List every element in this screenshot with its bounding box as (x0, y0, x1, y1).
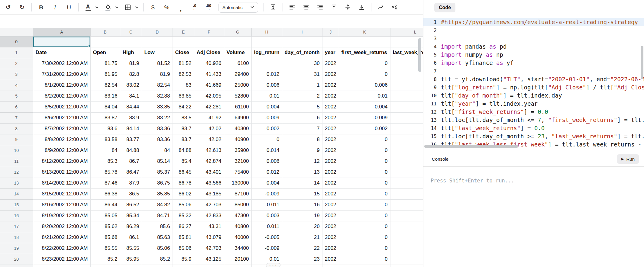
grid-overflow-pill[interactable]: • • • (266, 263, 280, 267)
cell-F19[interactable]: 42.703 (194, 243, 224, 254)
increase-decimals-button[interactable]: .00→ (203, 2, 214, 13)
row-header-21[interactable]: 21 (0, 265, 33, 267)
cell-K17[interactable]: 0 (339, 221, 390, 232)
column-header-B[interactable]: B (90, 28, 120, 36)
insert-chart-icon[interactable] (376, 2, 386, 13)
cell-K15[interactable]: 0 (339, 199, 390, 210)
column-header-H[interactable]: H (251, 28, 282, 36)
row-header-11[interactable]: 11 (0, 156, 33, 167)
cell-G10[interactable]: 35900 (224, 145, 251, 156)
italic-button[interactable]: I (50, 2, 60, 13)
cell-H10[interactable]: 0.014 (251, 145, 282, 156)
cell-D18[interactable]: 85.63 (142, 232, 173, 243)
cell-B5[interactable]: 83.16 (90, 91, 120, 101)
cell-E6[interactable]: 84.22 (173, 101, 194, 112)
run-button[interactable]: ▶ Run (617, 154, 639, 164)
cell-A1[interactable]: Date (33, 47, 90, 58)
cell-C8[interactable]: 84.14 (120, 123, 142, 134)
cell-D14[interactable]: 85.85 (142, 188, 173, 199)
cell-H16[interactable]: 0.003 (251, 210, 282, 221)
column-header-J[interactable]: J (322, 28, 339, 36)
cell-C14[interactable]: 86.5 (120, 188, 142, 199)
code-line-13[interactable]: 13tlt.loc[tlt.day_of_month <= 7, "first_… (423, 116, 644, 124)
cell-E11[interactable]: 85.4 (173, 156, 194, 167)
code-line-14[interactable]: 14tlt["last_week_returns"] = 0.0 (423, 124, 644, 132)
cell-F11[interactable]: 42.874 (194, 156, 224, 167)
cell-J18[interactable]: 2002 (322, 232, 339, 243)
cell-I20[interactable]: 23 (282, 254, 322, 265)
cell-J19[interactable]: 2002 (322, 243, 339, 254)
code-line-5[interactable]: 5import numpy as np (423, 51, 644, 59)
cell-I6[interactable]: 5 (282, 101, 322, 112)
cell-D21[interactable] (142, 265, 173, 267)
cell-B14[interactable]: 86.38 (90, 188, 120, 199)
cell-F12[interactable]: 43.401 (194, 167, 224, 178)
cell-H15[interactable]: -0.011 (251, 199, 282, 210)
column-header-D[interactable]: D (142, 28, 173, 36)
chevron-down-icon[interactable] (134, 2, 139, 13)
cell-G11[interactable]: 32100 (224, 156, 251, 167)
cell-I12[interactable]: 13 (282, 167, 322, 178)
cell-I5[interactable]: 2 (282, 91, 322, 101)
cell-J17[interactable]: 2002 (322, 221, 339, 232)
cell-E15[interactable]: 85.06 (173, 199, 194, 210)
code-line-2[interactable]: 2 (423, 26, 644, 34)
cell-H14[interactable]: -0.009 (251, 188, 282, 199)
cell-F5[interactable]: 42.095 (194, 91, 224, 101)
cell-J9[interactable]: 2002 (322, 134, 339, 145)
cell-C6[interactable]: 84.44 (120, 101, 142, 112)
row-header-16[interactable]: 16 (0, 210, 33, 221)
column-header-C[interactable]: C (120, 28, 142, 36)
text-color-button[interactable]: A (83, 2, 93, 13)
cell-B10[interactable]: 84 (90, 145, 120, 156)
cell-F16[interactable]: 42.833 (194, 210, 224, 221)
cell-C19[interactable]: 85.55 (120, 243, 142, 254)
cell-F10[interactable]: 42.613 (194, 145, 224, 156)
cell-I11[interactable]: 12 (282, 156, 322, 167)
cell-K18[interactable]: 0 (339, 232, 390, 243)
column-header-A[interactable]: A (33, 28, 90, 36)
cell-C16[interactable]: 85.34 (120, 210, 142, 221)
cell-D8[interactable]: 83.36 (142, 123, 173, 134)
insert-scatter-icon[interactable] (390, 2, 400, 13)
cell-G14[interactable]: 87100 (224, 188, 251, 199)
cell-E1[interactable]: Close (173, 47, 194, 58)
cell-K20[interactable]: 0 (339, 254, 390, 265)
cell-E4[interactable]: 83 (173, 80, 194, 91)
cell-C11[interactable]: 86.7 (120, 156, 142, 167)
cell-B11[interactable]: 85.3 (90, 156, 120, 167)
grid-corner[interactable] (0, 28, 33, 36)
cell-F2[interactable]: 40.926 (194, 58, 224, 69)
number-format-select[interactable]: Automatic (218, 2, 258, 13)
cell-E2[interactable]: 81.52 (173, 58, 194, 69)
row-header-15[interactable]: 15 (0, 199, 33, 210)
cell-A19[interactable]: 8/22/2002 12:00 AM (33, 243, 90, 254)
percent-format-button[interactable]: % (162, 2, 172, 13)
cell-B7[interactable]: 83.87 (90, 112, 120, 123)
cell-A0[interactable] (33, 36, 90, 47)
cell-H3[interactable]: 0.012 (251, 69, 282, 80)
cell-F13[interactable]: 43.566 (194, 178, 224, 188)
cell-I7[interactable]: 6 (282, 112, 322, 123)
cell-F9[interactable]: 42.02 (194, 134, 224, 145)
cell-E19[interactable]: 85.06 (173, 243, 194, 254)
row-header-7[interactable]: 7 (0, 112, 33, 123)
cell-H12[interactable]: 0.012 (251, 167, 282, 178)
cell-A16[interactable]: 8/19/2002 12:00 AM (33, 210, 90, 221)
cell-A7[interactable]: 8/6/2002 12:00 AM (33, 112, 90, 123)
row-header-6[interactable]: 6 (0, 101, 33, 112)
cell-I19[interactable]: 22 (282, 243, 322, 254)
cell-J21[interactable] (322, 265, 339, 267)
cell-K3[interactable]: 0 (339, 69, 390, 80)
code-line-1[interactable]: 1#https://pyquantnews.com/evaluate-a-rea… (423, 18, 644, 26)
cell-D15[interactable]: 84.82 (142, 199, 173, 210)
column-header-F[interactable]: F (194, 28, 224, 36)
cell-E3[interactable]: 82.53 (173, 69, 194, 80)
code-line-8[interactable]: 8tlt = yf.download("TLT", start="2002-01… (423, 75, 644, 83)
cell-C17[interactable]: 86.29 (120, 221, 142, 232)
row-header-13[interactable]: 13 (0, 178, 33, 188)
cell-F18[interactable]: 43.079 (194, 232, 224, 243)
cell-G5[interactable]: 52800 (224, 91, 251, 101)
code-line-15[interactable]: 15tlt.loc[tlt.day_of_month >= 23, "last_… (423, 132, 644, 140)
cell-J15[interactable]: 2002 (322, 199, 339, 210)
